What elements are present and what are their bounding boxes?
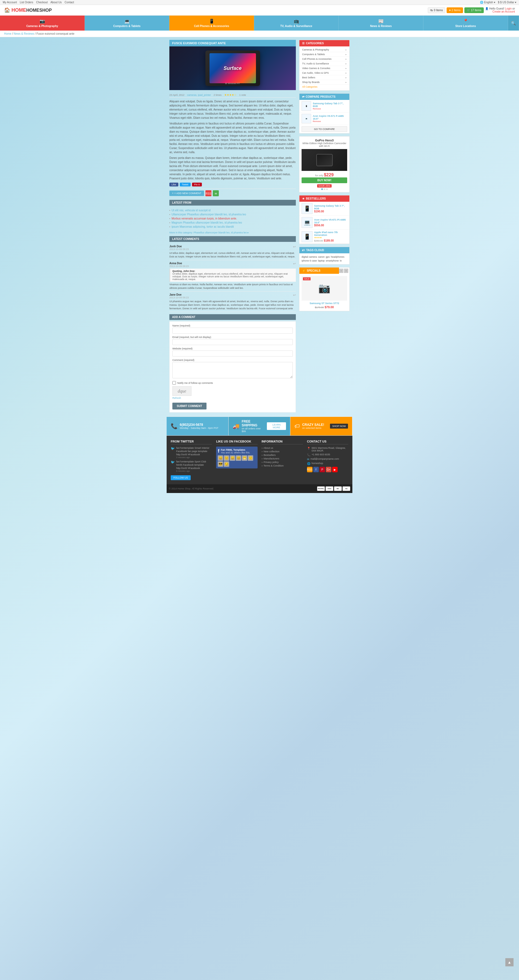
carousel-dot-3[interactable] <box>326 188 328 190</box>
nav-item-store[interactable]: 📍 Store Locations <box>423 16 508 30</box>
cat-item-cameras[interactable]: Cameras & Photography ▸ <box>299 48 350 52</box>
nav-item-phones[interactable]: 📱 Cell Phones & Accessories <box>169 16 254 30</box>
googleplus-social-icon[interactable]: G+ <box>326 467 331 472</box>
cat-item-computers[interactable]: Computers & Tablets ▸ <box>299 52 350 57</box>
notify-checkbox[interactable] <box>172 381 176 385</box>
pinterest-pin-btn[interactable]: Pin It <box>192 183 202 186</box>
items-counter[interactable]: 🛍 0 Items <box>428 7 445 13</box>
about-us-link[interactable]: About Us <box>51 1 62 4</box>
comment-reply-icon-2[interactable]: ↩ <box>293 262 296 266</box>
nav-item-news[interactable]: 📰 News & Reviews <box>339 16 423 30</box>
latest-item-link-1[interactable]: Ut elit nisi, vehicula id suscipit id <box>172 209 211 212</box>
tag-gps[interactable]: gps <box>326 256 330 258</box>
latest-item-link-5[interactable]: ipsum Maecenas adipiscing, tortor ac iac… <box>172 225 234 228</box>
footer-link-privacy[interactable]: Privacy policy <box>262 461 303 463</box>
comment-reply-icon-3[interactable]: ↩ <box>293 293 296 297</box>
cat-item-brands[interactable]: Shop by Brands ▸ <box>299 80 350 84</box>
tag-headphones[interactable]: headphones <box>331 256 345 258</box>
nav-item-cameras[interactable]: 📷 Cameras & Photography <box>0 16 85 30</box>
checkout-link[interactable]: Checkout <box>36 1 48 4</box>
footer-link-about[interactable]: About us <box>262 447 303 449</box>
back-to-top-button[interactable]: ▲ <box>505 958 514 966</box>
latest-item-link-2[interactable]: Ullamcorper Phasellus ullamcorper blandi… <box>172 213 246 216</box>
fb-faces: 😀 😊 😄 😃 😁 🙂 😎 😏 <box>218 455 256 467</box>
name-input[interactable] <box>172 328 293 334</box>
cat-item-tv[interactable]: TV, Audio & Surveillance ▸ <box>299 61 350 66</box>
tag-tv[interactable]: tv <box>340 259 342 262</box>
specials-prev-btn[interactable]: ‹ <box>339 269 343 273</box>
email-input[interactable] <box>172 339 293 345</box>
pinterest-social-icon[interactable]: P <box>319 467 325 472</box>
search-button[interactable]: 🔍 <box>508 16 519 30</box>
tag-iphone-case[interactable]: iphone 6 case <box>302 259 317 262</box>
latest-item-link-4[interactable]: Magnum Phasellus ullamcorper blandit leo… <box>172 221 242 224</box>
footer-link-terms[interactable]: Terms & Condition <box>262 465 303 467</box>
compare-remove-1[interactable]: Remove <box>313 108 347 110</box>
comment-textarea[interactable] <box>172 362 293 379</box>
tag-smartphone[interactable]: smartphone <box>326 259 339 262</box>
carousel-dot-1[interactable] <box>321 188 323 190</box>
contact-link[interactable]: Contact <box>65 1 74 4</box>
create-account-link[interactable]: Create an Account <box>492 10 515 13</box>
promo-sale-text: CRAZY SALE! on selected items <box>302 423 324 430</box>
captcha-refresh[interactable]: Refresh <box>172 397 293 399</box>
login-link[interactable]: Login <box>505 7 512 10</box>
specials-header: ⚡ SPECIALS <box>299 267 339 274</box>
facebook-box: f Fan FBML Templates You and 31 others l… <box>216 447 257 468</box>
currency-selector[interactable]: $ $ US Dollar ▾ <box>498 1 516 4</box>
nav-item-computers[interactable]: 💻 Computers & Tablets <box>85 16 169 30</box>
facebook-like-btn[interactable]: Like <box>169 183 178 186</box>
paypal-icon: PAYPAL <box>317 487 325 491</box>
add-comment-button[interactable]: + + ADD NEW COMMENT <box>169 191 204 196</box>
share-btn[interactable]: ✉ <box>213 190 219 196</box>
facebook-social-icon[interactable]: f <box>313 467 319 472</box>
cat-item-bestsellers[interactable]: Best Sellers ▸ <box>299 75 350 80</box>
cat-item-phones[interactable]: Cell Phones & Accessories ▸ <box>299 57 350 61</box>
tag-laptop[interactable]: laptop <box>318 259 325 262</box>
carousel-dot-2[interactable] <box>324 188 325 190</box>
list-orders-link[interactable]: List Orders <box>20 1 33 4</box>
footer: FROM TWITTER 🐦 fan7omtemplate Smart Inte… <box>167 436 352 484</box>
footer-link-new-collection[interactable]: New collection <box>262 450 303 453</box>
youtube-social-icon[interactable]: ▶ <box>332 467 338 472</box>
compare-remove-2[interactable]: Remove <box>313 120 347 123</box>
footer-link-bestsellers[interactable]: Bestsellers <box>262 454 303 457</box>
cat-item-games[interactable]: Video Games & Consoles ▸ <box>299 66 350 71</box>
shop-now-button[interactable]: SHOP NOW <box>330 424 348 429</box>
chevron-right-icon: ▸ <box>345 53 347 56</box>
specials-next-btn[interactable]: › <box>344 269 348 273</box>
comment-1: ↩ Jonh Doe 2013-10-09 09:23 Ut tellus do… <box>169 243 296 260</box>
cart-counter[interactable]: 🛒 17 Items <box>465 7 484 13</box>
comment-reply-icon[interactable]: ↩ <box>293 245 296 249</box>
nav-item-tv[interactable]: 📺 TV, Audio & Surveillance <box>254 16 339 30</box>
special-name[interactable]: Samsung ST Series ST72 <box>302 302 347 305</box>
more-in-category-link[interactable]: More in this category: Phasellus ullamco… <box>169 231 296 234</box>
language-selector[interactable]: 🌐 English ▾ <box>480 1 495 4</box>
name-field-group: Name (required) <box>172 324 293 334</box>
rss-social-icon[interactable]: RSS <box>307 467 313 472</box>
article-para-2: Vestibulum ante ipsum primis in faucibus… <box>169 121 296 154</box>
tag-canon[interactable]: canon <box>318 256 325 258</box>
bestsellers-header: ★ BESTSELLERS <box>299 196 350 202</box>
learn-more-button[interactable]: LEARN MORE <box>267 422 286 430</box>
follow-us-button[interactable]: FOLLOW US <box>171 475 191 480</box>
bs-info-1: Samsung Galaxy Tab 3 7", 8GB $190.00 <box>314 204 347 213</box>
breadcrumb-news[interactable]: News & Reviews <box>14 32 34 35</box>
my-account-link[interactable]: My Account <box>3 1 17 4</box>
go-compare-button[interactable]: GO TO COMPARE <box>302 126 347 132</box>
rss-btn[interactable]: RSS <box>205 190 211 196</box>
wishlist-counter[interactable]: ♥ 2 Items <box>447 7 463 13</box>
footer-link-manufacturers[interactable]: Manufacturers <box>262 457 303 460</box>
tag-digital-camera[interactable]: digital camera <box>302 256 317 258</box>
cat-item-car[interactable]: Car Audio, Video & GPS ▸ <box>299 71 350 75</box>
cat-item-all[interactable]: All Categories <box>299 84 350 89</box>
website-input[interactable] <box>172 350 293 356</box>
buy-now-button[interactable]: BUY NOW! <box>302 177 347 183</box>
logo[interactable]: 🏠 HOMEHOMESHOP <box>4 7 52 13</box>
breadcrumb-home[interactable]: Home <box>4 32 11 35</box>
submit-comment-button[interactable]: SUBMIT COMMENT <box>172 402 206 409</box>
twitter-tweet-btn[interactable]: Tweet <box>180 183 191 186</box>
latest-item-link-3[interactable]: Morbus venenatis accumsan turpis, in bib… <box>172 217 237 220</box>
amex-icon: AE <box>343 487 350 491</box>
article-para-3: Donec porta diam eu massa. Quisque diam … <box>169 156 296 180</box>
